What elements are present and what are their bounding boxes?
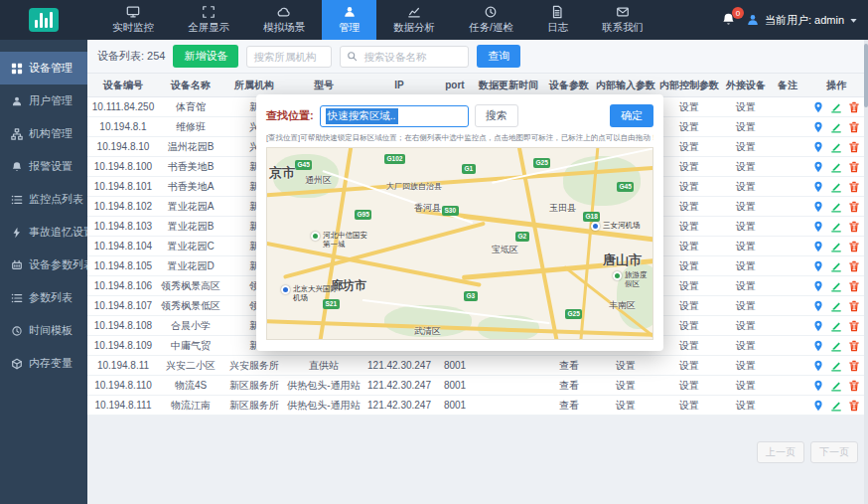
locate-pin-icon[interactable]	[812, 101, 824, 113]
edit-icon[interactable]	[830, 340, 842, 352]
settings-link[interactable]: 设置	[616, 380, 636, 391]
settings-link[interactable]: 设置	[679, 280, 699, 291]
settings-link[interactable]: 设置	[679, 300, 699, 311]
area-search-input[interactable]: 快速搜索区域..	[320, 105, 469, 127]
locate-pin-icon[interactable]	[812, 300, 824, 312]
edit-icon[interactable]	[830, 121, 842, 133]
settings-link[interactable]: 设置	[736, 400, 756, 411]
sidebar-item-org-management[interactable]: 机构管理	[0, 117, 87, 150]
locate-pin-icon[interactable]	[812, 280, 824, 292]
settings-link[interactable]: 设置	[679, 380, 699, 391]
locate-pin-icon[interactable]	[812, 161, 824, 173]
settings-link[interactable]: 设置	[616, 400, 636, 411]
prev-page-button[interactable]: 上一页	[757, 441, 804, 463]
user-menu[interactable]: 当前用户: admin	[746, 13, 858, 28]
nav-item-task-inspection[interactable]: 任务/巡检	[452, 0, 530, 40]
query-button[interactable]: 查询	[477, 45, 520, 68]
delete-icon[interactable]	[848, 400, 860, 412]
edit-icon[interactable]	[830, 181, 842, 193]
edit-icon[interactable]	[830, 400, 842, 412]
sidebar-item-device-param-list-io[interactable]: 设备参数列表IO	[0, 249, 87, 281]
locate-pin-icon[interactable]	[812, 380, 824, 392]
settings-link[interactable]: 设置	[736, 340, 756, 351]
locate-pin-icon[interactable]	[812, 221, 824, 233]
delete-icon[interactable]	[848, 300, 860, 312]
edit-icon[interactable]	[830, 360, 842, 372]
nav-item-logs[interactable]: 日志	[530, 0, 585, 40]
settings-link[interactable]: 设置	[736, 221, 756, 232]
settings-link[interactable]: 设置	[679, 121, 699, 132]
delete-icon[interactable]	[848, 280, 860, 292]
sidebar-item-accident-recall-settings[interactable]: 事故追忆设置	[0, 216, 87, 249]
settings-link[interactable]: 设置	[679, 241, 699, 252]
settings-link[interactable]: 设置	[679, 141, 699, 152]
locate-pin-icon[interactable]	[812, 400, 824, 412]
edit-icon[interactable]	[830, 300, 842, 312]
edit-icon[interactable]	[830, 320, 842, 332]
edit-icon[interactable]	[830, 201, 842, 213]
edit-icon[interactable]	[830, 161, 842, 173]
nav-item-simulation-scene[interactable]: 模拟场景	[246, 0, 322, 40]
settings-link[interactable]: 设置	[736, 320, 756, 331]
view-link[interactable]: 查看	[559, 400, 579, 411]
device-name-search-input[interactable]	[362, 50, 462, 64]
delete-icon[interactable]	[848, 320, 860, 332]
settings-link[interactable]: 设置	[736, 201, 756, 212]
settings-link[interactable]: 设置	[736, 181, 756, 192]
delete-icon[interactable]	[848, 260, 860, 272]
page-scrollbar[interactable]	[864, 40, 868, 504]
delete-icon[interactable]	[848, 360, 860, 372]
delete-icon[interactable]	[848, 380, 860, 392]
delete-icon[interactable]	[848, 201, 860, 213]
delete-icon[interactable]	[848, 241, 860, 252]
view-link[interactable]: 查看	[559, 380, 579, 391]
nav-item-realtime-monitor[interactable]: 实时监控	[95, 0, 171, 40]
settings-link[interactable]: 设置	[679, 161, 699, 172]
sidebar-item-monitor-point-list[interactable]: 监控点列表	[0, 183, 87, 216]
nav-item-data-analysis[interactable]: 数据分析	[376, 0, 452, 40]
delete-icon[interactable]	[848, 221, 860, 233]
settings-link[interactable]: 设置	[736, 121, 756, 132]
locate-pin-icon[interactable]	[812, 141, 824, 153]
delete-icon[interactable]	[848, 121, 860, 133]
settings-link[interactable]: 设置	[679, 101, 699, 112]
locate-pin-icon[interactable]	[812, 241, 824, 252]
notifications-button[interactable]: 0	[721, 12, 737, 28]
modal-confirm-button[interactable]: 确定	[610, 104, 653, 127]
edit-icon[interactable]	[830, 221, 842, 233]
settings-link[interactable]: 设置	[679, 221, 699, 232]
edit-icon[interactable]	[830, 141, 842, 153]
settings-link[interactable]: 设置	[736, 280, 756, 291]
locate-pin-icon[interactable]	[812, 360, 824, 372]
sidebar-item-device-management[interactable]: 设备管理	[0, 52, 87, 84]
settings-link[interactable]: 设置	[736, 360, 756, 371]
edit-icon[interactable]	[830, 380, 842, 392]
settings-link[interactable]: 设置	[679, 360, 699, 371]
settings-link[interactable]: 设置	[736, 101, 756, 112]
modal-search-button[interactable]: 搜索	[475, 104, 518, 127]
sidebar-item-time-template[interactable]: 时间模板	[0, 314, 87, 347]
nav-item-fullscreen-display[interactable]: 全屏显示	[171, 0, 246, 40]
nav-item-contact-us[interactable]: 联系我们	[585, 0, 660, 40]
settings-link[interactable]: 设置	[736, 380, 756, 391]
locate-pin-icon[interactable]	[812, 320, 824, 332]
edit-icon[interactable]	[830, 260, 842, 272]
locate-pin-icon[interactable]	[812, 181, 824, 193]
settings-link[interactable]: 设置	[616, 360, 636, 371]
edit-icon[interactable]	[830, 280, 842, 292]
sidebar-item-param-list[interactable]: 参数列表	[0, 281, 87, 314]
add-device-button[interactable]: 新增设备	[173, 45, 238, 68]
delete-icon[interactable]	[848, 340, 860, 352]
settings-link[interactable]: 设置	[736, 241, 756, 252]
settings-link[interactable]: 设置	[679, 181, 699, 192]
settings-link[interactable]: 设置	[736, 300, 756, 311]
settings-link[interactable]: 设置	[679, 320, 699, 331]
settings-link[interactable]: 设置	[736, 141, 756, 152]
settings-link[interactable]: 设置	[679, 201, 699, 212]
sidebar-item-user-management[interactable]: 用户管理	[0, 84, 87, 117]
nav-item-management[interactable]: 管理	[322, 0, 376, 40]
sidebar-item-alarm-settings[interactable]: 报警设置	[0, 150, 87, 183]
scrollbar-thumb[interactable]	[864, 44, 868, 107]
edit-icon[interactable]	[830, 241, 842, 252]
locate-pin-icon[interactable]	[812, 121, 824, 133]
